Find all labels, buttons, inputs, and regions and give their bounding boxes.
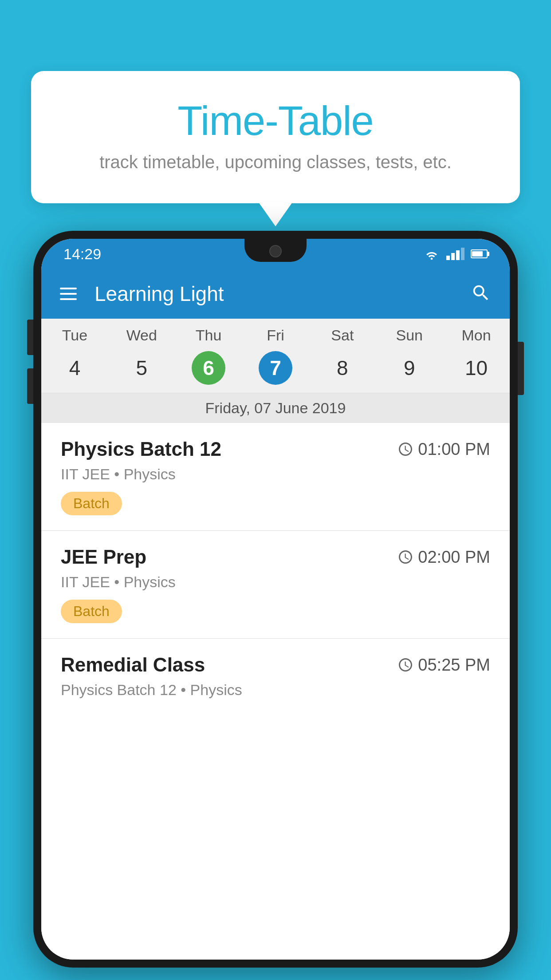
- schedule-item-header-2: JEE Prep 02:00 PM: [61, 546, 490, 568]
- day-4[interactable]: 4: [41, 356, 108, 380]
- day-numbers-row: 4 5 6 7: [41, 348, 510, 393]
- clock-icon-1: [398, 441, 413, 457]
- schedule-subtitle-1: IIT JEE • Physics: [61, 466, 490, 483]
- day-name-sat: Sat: [309, 327, 376, 344]
- day-8[interactable]: 8: [309, 356, 376, 380]
- day-name-thu: Thu: [175, 327, 242, 344]
- schedule-subtitle-2: IIT JEE • Physics: [61, 573, 490, 591]
- schedule-title-3: Remedial Class: [61, 654, 205, 676]
- clock-icon-2: [398, 549, 413, 565]
- day-name-sun: Sun: [376, 327, 443, 344]
- day-7[interactable]: 7: [242, 351, 309, 385]
- schedule-list: Physics Batch 12 01:00 PM IIT JEE • Phys…: [41, 423, 510, 960]
- selected-date: Friday, 07 June 2019: [41, 393, 510, 423]
- schedule-time-1: 01:00 PM: [398, 440, 490, 459]
- clock-icon-3: [398, 657, 413, 673]
- tooltip-card: Time-Table track timetable, upcoming cla…: [31, 71, 520, 203]
- schedule-item-header-1: Physics Batch 12 01:00 PM: [61, 438, 490, 460]
- day-name-fri: Fri: [242, 327, 309, 344]
- schedule-item-1[interactable]: Physics Batch 12 01:00 PM IIT JEE • Phys…: [41, 423, 510, 531]
- status-time: 14:29: [63, 245, 101, 263]
- schedule-time-3: 05:25 PM: [398, 656, 490, 675]
- volume-down-button: [27, 368, 33, 404]
- signal-icon: [446, 248, 464, 260]
- app-title: Learning Light: [94, 282, 471, 306]
- day-circle-blue: 7: [259, 351, 292, 385]
- schedule-time-2: 02:00 PM: [398, 548, 490, 567]
- schedule-subtitle-3: Physics Batch 12 • Physics: [61, 681, 490, 699]
- schedule-time-text-2: 02:00 PM: [418, 548, 490, 567]
- day-10[interactable]: 10: [443, 356, 510, 380]
- volume-up-button: [27, 320, 33, 355]
- day-9[interactable]: 9: [376, 356, 443, 380]
- day-name-mon: Mon: [443, 327, 510, 344]
- schedule-item-3[interactable]: Remedial Class 05:25 PM Physics Batch 12…: [41, 639, 510, 723]
- phone-notch: [244, 239, 307, 262]
- phone-screen: 14:29: [41, 239, 510, 960]
- tooltip-subtitle: track timetable, upcoming classes, tests…: [67, 152, 484, 172]
- wifi-icon: [423, 248, 440, 260]
- phone-container: 14:29: [33, 231, 518, 980]
- day-circle-green: 6: [192, 351, 225, 385]
- day-5[interactable]: 5: [108, 356, 175, 380]
- schedule-time-text-1: 01:00 PM: [418, 440, 490, 459]
- day-names-row: Tue Wed Thu Fri Sat Sun Mon: [41, 319, 510, 348]
- tooltip-title: Time-Table: [67, 98, 484, 144]
- menu-icon[interactable]: [60, 288, 77, 300]
- schedule-item-2[interactable]: JEE Prep 02:00 PM IIT JEE • Physics Batc…: [41, 531, 510, 639]
- calendar-section: Tue Wed Thu Fri Sat Sun Mon 4 5: [41, 319, 510, 423]
- schedule-title-2: JEE Prep: [61, 546, 146, 568]
- day-6[interactable]: 6: [175, 351, 242, 385]
- search-icon[interactable]: [471, 283, 491, 305]
- schedule-title-1: Physics Batch 12: [61, 438, 221, 460]
- day-name-wed: Wed: [108, 327, 175, 344]
- battery-icon: [471, 249, 488, 258]
- schedule-badge-2: Batch: [61, 600, 122, 623]
- power-button: [518, 342, 524, 395]
- phone-camera: [269, 245, 282, 257]
- schedule-badge-1: Batch: [61, 492, 122, 515]
- phone-frame: 14:29: [33, 231, 518, 968]
- app-bar: Learning Light: [41, 269, 510, 319]
- schedule-time-text-3: 05:25 PM: [418, 656, 490, 675]
- schedule-item-header-3: Remedial Class 05:25 PM: [61, 654, 490, 676]
- status-icons: [423, 248, 488, 260]
- day-name-tue: Tue: [41, 327, 108, 344]
